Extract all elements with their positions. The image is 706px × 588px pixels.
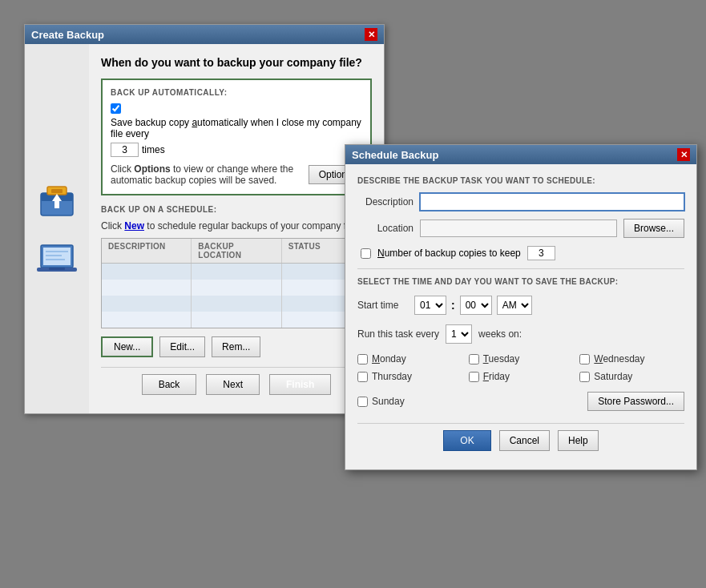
table-cell — [102, 264, 192, 280]
day-friday: Friday — [469, 371, 574, 382]
browse-button[interactable]: Browse... — [623, 219, 684, 238]
auto-backup-checkbox[interactable] — [111, 103, 121, 114]
new-button[interactable]: New... — [101, 336, 153, 357]
schedule-dialog-body: DESCRIBE THE BACKUP TASK YOU WANT TO SCH… — [345, 164, 696, 469]
schedule-section: BACK UP ON A SCHEDULE: Click New to sche… — [101, 205, 372, 357]
time-section-label: SELECT THE TIME AND DAY YOU WANT TO SAVE… — [357, 277, 684, 286]
laptop-icon — [37, 241, 77, 277]
back-button[interactable]: Back — [142, 374, 197, 395]
description-label: Description — [357, 196, 414, 207]
main-question: When do you want to backup your company … — [101, 56, 372, 69]
store-password-button[interactable]: Store Password... — [587, 392, 684, 411]
auto-backup-label: BACK UP AUTOMATICALLY: — [111, 88, 362, 97]
monday-checkbox[interactable] — [357, 354, 368, 364]
days-grid: Monday Tuesday Wednesday Thursday Friday… — [357, 353, 684, 382]
day-thursday: Thursday — [357, 371, 462, 382]
auto-backup-section: BACK UP AUTOMATICALLY: Save backup copy … — [101, 79, 372, 195]
next-button[interactable]: Next — [206, 374, 260, 395]
svg-rect-12 — [46, 259, 65, 260]
backup-table: DESCRIPTION BACKUP LOCATION STATUS — [101, 238, 372, 328]
edit-button[interactable]: Edit... — [159, 336, 205, 357]
main-window-title: Create Backup — [31, 29, 104, 41]
description-input[interactable] — [420, 193, 684, 211]
svg-rect-11 — [46, 255, 62, 256]
auto-backup-checkbox-row: Save backup copy automatically when I cl… — [111, 103, 362, 157]
saturday-label: Saturday — [594, 371, 632, 382]
sunday-checkbox[interactable] — [357, 397, 368, 407]
table-cell — [192, 280, 281, 296]
auto-backup-text: Save backup copy automatically when I cl… — [111, 117, 362, 139]
day-saturday: Saturday — [579, 371, 684, 382]
copies-row: Number of backup copies to keep — [357, 246, 684, 260]
wednesday-checkbox[interactable] — [579, 354, 590, 364]
location-label: Location — [357, 223, 414, 234]
schedule-description: Click New to schedule regular backups of… — [101, 220, 372, 232]
saturday-checkbox[interactable] — [579, 372, 590, 382]
table-row — [102, 264, 371, 280]
times-label: times — [142, 144, 165, 155]
thursday-checkbox[interactable] — [357, 372, 368, 382]
start-time-label: Start time — [357, 300, 409, 311]
friday-checkbox[interactable] — [469, 372, 479, 382]
location-row: Location Browse... — [357, 219, 684, 238]
schedule-close-button[interactable]: ✕ — [677, 148, 690, 161]
table-cell — [192, 296, 281, 312]
table-row — [102, 280, 371, 296]
day-tuesday: Tuesday — [469, 353, 574, 364]
weeks-label: weeks on: — [478, 328, 522, 340]
main-window-layout: When do you want to backup your company … — [25, 44, 384, 413]
ok-button[interactable]: OK — [443, 430, 490, 451]
day-sunday: Sunday — [357, 396, 405, 407]
finish-button[interactable]: Finish — [269, 374, 331, 395]
thursday-label: Thursday — [372, 371, 412, 382]
hour-select[interactable]: 01020304 05060708 09101112 — [414, 296, 446, 315]
main-close-button[interactable]: ✕ — [365, 28, 377, 41]
day-monday: Monday — [357, 353, 462, 364]
col-location: BACKUP LOCATION — [192, 239, 281, 263]
svg-rect-9 — [49, 268, 65, 270]
run-task-row: Run this task every 1234 weeks on: — [357, 324, 684, 344]
start-time-row: Start time 01020304 05060708 09101112 : … — [357, 296, 684, 315]
table-rows — [102, 264, 371, 328]
table-cell — [102, 280, 192, 296]
section-divider — [357, 268, 684, 269]
main-window-titlebar: Create Backup ✕ — [25, 25, 384, 44]
table-cell — [102, 296, 192, 312]
copies-label: Number of backup copies to keep — [377, 248, 521, 259]
laptop-icon-box — [37, 241, 77, 277]
copies-checkbox[interactable] — [361, 248, 371, 259]
icon-panel — [25, 44, 89, 413]
sunday-label: Sunday — [372, 396, 405, 407]
options-row: Click Options to view or change where th… — [111, 163, 362, 186]
friday-label: Friday — [483, 371, 510, 382]
sunday-row: Sunday Store Password... — [357, 392, 684, 411]
remove-button[interactable]: Rem... — [212, 336, 260, 357]
ampm-select[interactable]: AMPM — [497, 296, 532, 315]
table-cell — [102, 312, 192, 328]
backup-icon-box — [37, 181, 77, 221]
main-content: When do you want to backup your company … — [89, 44, 384, 413]
table-cell — [192, 264, 281, 280]
col-description: DESCRIPTION — [102, 239, 192, 263]
create-backup-window: Create Backup ✕ — [24, 24, 385, 414]
svg-rect-3 — [51, 189, 63, 193]
schedule-label: BACK UP ON A SCHEDULE: — [101, 205, 372, 214]
run-label: Run this task every — [357, 328, 439, 340]
wednesday-label: Wednesday — [594, 353, 644, 364]
table-header: DESCRIPTION BACKUP LOCATION STATUS — [102, 239, 371, 264]
help-button[interactable]: Help — [558, 430, 599, 451]
copies-input[interactable] — [527, 246, 555, 260]
time-colon: : — [451, 299, 455, 312]
table-cell — [192, 312, 281, 328]
minute-select[interactable]: 00153045 — [460, 296, 492, 315]
table-buttons: New... Edit... Rem... — [101, 336, 372, 357]
times-input[interactable] — [111, 143, 139, 157]
schedule-backup-dialog: Schedule Backup ✕ DESCRIBE THE BACKUP TA… — [345, 144, 697, 470]
cancel-button[interactable]: Cancel — [499, 430, 550, 451]
location-input[interactable] — [420, 219, 617, 237]
tuesday-label: Tuesday — [483, 353, 520, 364]
describe-label: DESCRIBE THE BACKUP TASK YOU WANT TO SCH… — [357, 176, 684, 185]
nav-buttons: Back Next Finish — [101, 367, 372, 401]
run-frequency-select[interactable]: 1234 — [446, 324, 472, 344]
tuesday-checkbox[interactable] — [469, 354, 479, 364]
